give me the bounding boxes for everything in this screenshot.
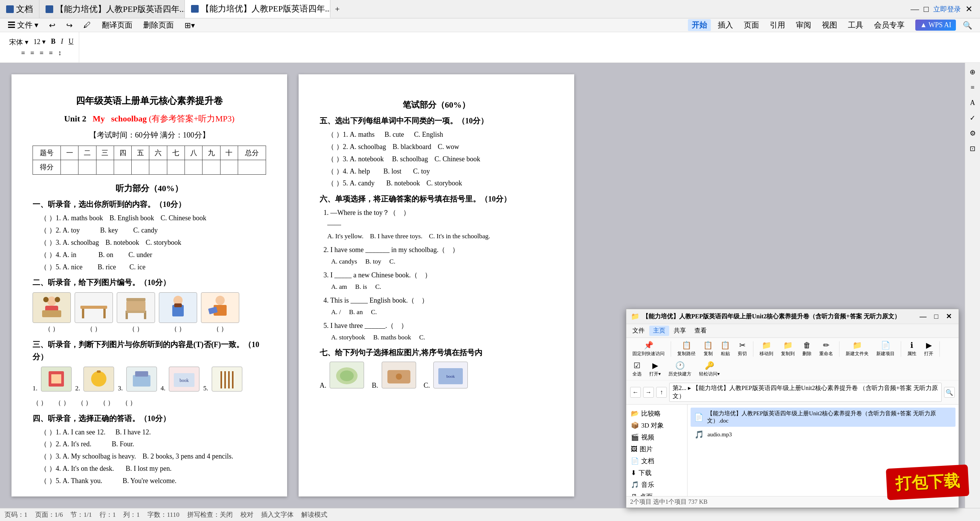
header-num: 题号 <box>33 146 61 160</box>
status-anchor[interactable]: 插入文字体 <box>261 510 294 519</box>
sidebar-icon-5[interactable]: ⚙ <box>967 127 979 139</box>
sidebar-item-music[interactable]: 🎵 音乐 <box>626 479 687 491</box>
img-wrap-1: （ ） <box>33 292 71 334</box>
svg-rect-23 <box>133 375 150 387</box>
add-tab-btn[interactable]: + <box>330 0 344 18</box>
translate-page-btn[interactable]: 翻译页面 <box>98 19 136 31</box>
close-btn[interactable]: ✕ <box>965 4 972 14</box>
nav-forward[interactable]: → <box>643 387 654 398</box>
exp-btn-moveto[interactable]: 📁 移动到 <box>756 339 776 358</box>
exp-btn-newfolder[interactable]: 📁 新建文件夹 <box>843 339 872 358</box>
sep5 <box>939 341 940 357</box>
ribbon-tab-review[interactable]: 审阅 <box>792 19 815 31</box>
exp-tab-home[interactable]: 主页 <box>649 326 669 336</box>
cut-icon: ✂ <box>739 341 746 350</box>
sidebar-icon-2[interactable]: ≡ <box>967 81 979 93</box>
sidebar-icon-3[interactable]: A <box>967 97 979 109</box>
ribbon-tab-vip[interactable]: 会员专享 <box>870 19 908 31</box>
exp-tab-file[interactable]: 文件 <box>629 326 648 336</box>
font-size[interactable]: 12 ▾ <box>31 37 48 48</box>
exp-tab-view[interactable]: 查看 <box>691 326 710 336</box>
exp-btn-cut[interactable]: ✂ 剪切 <box>735 339 750 358</box>
login-btn[interactable]: 立即登录 <box>933 5 961 14</box>
sidebar-item-compare[interactable]: 📂 比较略 <box>626 408 687 419</box>
exp-btn-copyto[interactable]: 📁 复制到 <box>778 339 798 358</box>
file-menu[interactable]: ☰ 文件 ▾ <box>4 19 42 31</box>
view-toggle[interactable]: ⊞▾ <box>181 20 199 31</box>
exp-btn-newitem[interactable]: 📄 新建项目 <box>873 339 898 358</box>
explorer-min[interactable]: — <box>917 313 929 321</box>
svg-rect-20 <box>51 374 61 383</box>
explorer-max[interactable]: □ <box>932 313 941 321</box>
nav-path[interactable]: 第2... ▸ 【能力培优】人教PEP版英语四年级上册Unit2核心素养提升卷 … <box>669 383 942 402</box>
italic-btn[interactable]: I <box>59 37 65 48</box>
redo-btn[interactable]: ↪ <box>62 20 77 31</box>
align-justify[interactable]: ≡ <box>47 48 55 58</box>
download-badge[interactable]: 打包下载 <box>886 464 969 500</box>
exp-btn-openarrow[interactable]: ▶ 打开▾ <box>646 360 664 378</box>
align-left[interactable]: ≡ <box>19 48 27 58</box>
line-spacing[interactable]: ↕ <box>56 48 64 58</box>
ribbon-tab-page[interactable]: 页面 <box>740 19 763 31</box>
font-name[interactable]: 宋体 ▾ <box>7 37 31 48</box>
ribbon-tab-insert[interactable]: 插入 <box>714 19 737 31</box>
exp-btn-pin[interactable]: 📌 固定到快速访问 <box>629 339 668 358</box>
align-center[interactable]: ≡ <box>28 48 36 58</box>
sidebar-item-picture[interactable]: 🖼 图片 <box>626 443 687 455</box>
sidebar-icon-4[interactable]: ✓ <box>967 112 979 124</box>
search-btn[interactable]: 🔍 <box>959 20 976 31</box>
sidebar-item-video[interactable]: 🎬 视频 <box>626 431 687 443</box>
file-doc[interactable]: 📄 【能力培优】人教PEP版英语四年级上册Unit2核心素养提升卷（含听力音频+… <box>691 408 956 427</box>
nav-search[interactable]: 🔍 <box>944 387 955 398</box>
align-right[interactable]: ≡ <box>38 48 46 58</box>
undo-btn[interactable]: ↩ <box>45 20 59 31</box>
exp-btn-access[interactable]: 🔑 轻松访问▾ <box>696 360 723 378</box>
nav-back[interactable]: ← <box>630 387 641 398</box>
bold-btn[interactable]: B <box>49 37 58 48</box>
underline-btn[interactable]: U <box>66 37 76 48</box>
sidebar-item-docs[interactable]: 📄 文档 <box>626 455 687 467</box>
q7-group: 七、给下列句子选择相应图片,将序号填在括号内 A. B. <box>320 346 553 391</box>
exp-btn-props[interactable]: ℹ 属性 <box>904 339 920 358</box>
exp-btn-history[interactable]: 🕐 历史快建方 <box>665 360 694 378</box>
q6-1: 1. —Where is the toy？（ ） <box>323 207 553 218</box>
ribbon-tab-start[interactable]: 开始 <box>688 19 711 31</box>
q3-brackets: （ ） （ ） （ ） （ ） （ ） <box>33 398 266 408</box>
sidebar-icon-6[interactable]: ⊡ <box>967 143 979 155</box>
explorer-close[interactable]: ✕ <box>944 312 954 321</box>
q6-4-opts: A. / B. an C. <box>331 307 553 317</box>
nav-up[interactable]: ↑ <box>656 387 667 398</box>
tab-wps2[interactable]: 【能力培优】人教PEP版英语四年... × <box>185 0 330 18</box>
sidebar-item-downloads[interactable]: ⬇ 下载 <box>626 467 687 479</box>
q4-1: （ ）1. A. I can see 12. B. I have 12. <box>40 427 266 438</box>
wps-ai-btn[interactable]: ▲ WPS AI <box>915 20 956 31</box>
ribbon-tab-view[interactable]: 视图 <box>818 19 841 31</box>
sidebar-icon-1[interactable]: ⊕ <box>967 66 979 78</box>
maximize-btn[interactable]: □ <box>924 4 929 14</box>
status-proofread[interactable]: 校对 <box>240 510 253 519</box>
exp-btn-copypath[interactable]: 📋 复制路径 <box>674 339 699 358</box>
exp-btn-rename[interactable]: ✏ 重命名 <box>816 339 836 358</box>
status-reading[interactable]: 解读模式 <box>301 510 327 519</box>
q5-5: （ ）5. A. candy B. notebook C. storybook <box>327 178 553 189</box>
ribbon-tab-tools[interactable]: 工具 <box>844 19 867 31</box>
exp-btn-open[interactable]: ▶ 打开 <box>921 339 936 358</box>
ribbon-tab-ref[interactable]: 引用 <box>766 19 789 31</box>
file-mp3[interactable]: 🎵 audio.mp3 <box>691 427 956 442</box>
exp-btn-delete[interactable]: 🗑 删除 <box>799 340 815 358</box>
exp-btn-paste[interactable]: 📋 粘贴 <box>717 339 733 358</box>
paint-btn[interactable]: 🖊 <box>80 20 95 30</box>
q4-group: 四、听录音，选择正确的答语。（10分） （ ）1. A. I can see 1… <box>33 412 266 487</box>
tab-wps1[interactable]: 【能力培优】人教PEP版英语四年... × <box>39 0 185 18</box>
open-icon: ▶ <box>926 341 932 350</box>
minimize-btn[interactable]: — <box>911 4 919 14</box>
exp-btn-copy[interactable]: 📋 复制 <box>700 339 716 358</box>
sidebar-item-3d[interactable]: 📦 3D 对象 <box>626 419 687 431</box>
q1-1: （ ）1. A. maths book B. English book C. C… <box>40 213 266 224</box>
exp-tab-share[interactable]: 共享 <box>670 326 690 336</box>
sidebar-item-desktop[interactable]: 🖥 桌面 <box>626 491 687 496</box>
exp-btn-selectall[interactable]: ☑ 全选 <box>629 360 645 378</box>
delete-page-btn[interactable]: 删除页面 <box>139 19 178 31</box>
tab-doc[interactable]: 文档 <box>0 0 39 18</box>
explorer-toolbar: 📌 固定到快速访问 📋 复制路径 📋 复制 📋 粘贴 ✂ 剪切 📁 移动到 📁 … <box>626 338 959 380</box>
